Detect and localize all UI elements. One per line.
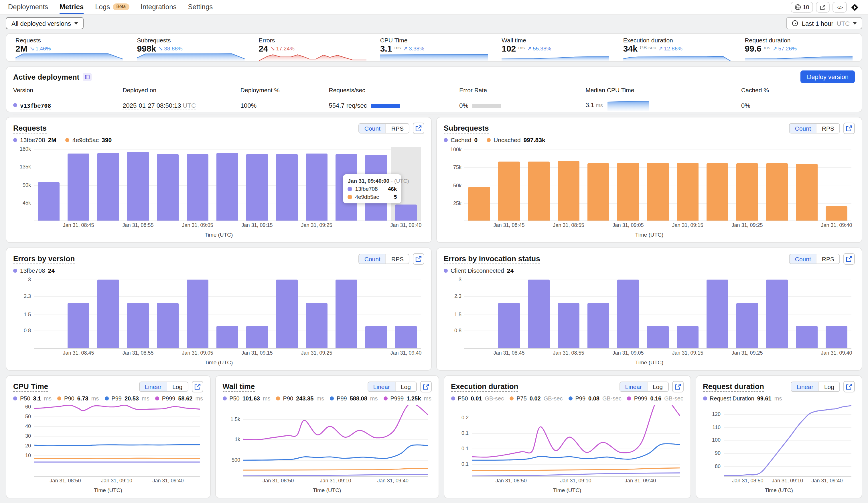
bar-column[interactable] [123, 147, 153, 221]
bar-column[interactable] [242, 147, 272, 221]
linear-toggle[interactable]: Linear [620, 382, 647, 391]
count-toggle[interactable]: Count [359, 254, 386, 263]
tab-metrics[interactable]: Metrics [60, 0, 84, 14]
chart-plot[interactable]: 32.31.50.8 [464, 277, 851, 349]
bar-column[interactable] [213, 147, 242, 221]
linear-toggle[interactable]: Linear [368, 382, 395, 391]
bar-column[interactable] [93, 277, 123, 349]
chart-title[interactable]: CPU Time [13, 382, 48, 392]
bar-column[interactable] [153, 277, 183, 349]
expand-chart-button[interactable] [413, 253, 424, 265]
bar-column[interactable] [554, 277, 583, 349]
bar-column[interactable] [554, 147, 583, 221]
bar-column[interactable] [703, 147, 732, 221]
expand-chart-button[interactable] [420, 381, 432, 392]
bar-column[interactable] [494, 147, 524, 221]
bar-column[interactable] [464, 277, 494, 349]
bar-column[interactable] [524, 277, 554, 349]
bar-column[interactable] [762, 277, 792, 349]
bar-column[interactable] [272, 277, 302, 349]
network-locations-button[interactable]: 10 [791, 2, 813, 13]
bar-column[interactable] [153, 147, 183, 221]
bar-column[interactable] [361, 277, 391, 349]
bar-column[interactable] [464, 147, 494, 221]
rps-toggle[interactable]: RPS [386, 124, 409, 133]
versions-filter-dropdown[interactable]: All deployed versions [6, 17, 84, 29]
version-link[interactable]: v13fbe708 [20, 102, 51, 109]
bar-column[interactable] [494, 277, 524, 349]
expand-chart-button[interactable] [192, 381, 203, 392]
chart-plot[interactable]: 32.31.50.8 [34, 277, 421, 349]
rps-toggle[interactable]: RPS [816, 254, 839, 263]
bar-column[interactable] [272, 147, 302, 221]
workers-logo-button[interactable] [850, 2, 860, 13]
rps-toggle[interactable]: RPS [816, 124, 839, 133]
count-toggle[interactable]: Count [790, 124, 816, 133]
chart-plot[interactable]: 0.20.10.10.1 [472, 405, 680, 477]
deploy-version-button[interactable]: Deploy version [800, 70, 855, 83]
bar-column[interactable] [643, 277, 673, 349]
bar-column[interactable] [302, 147, 331, 221]
bar-column[interactable] [183, 147, 213, 221]
bar-column[interactable] [331, 277, 361, 349]
bar-column[interactable] [583, 147, 613, 221]
bar-column[interactable] [732, 147, 762, 221]
bar-column[interactable] [183, 277, 213, 349]
bar-column[interactable] [524, 147, 554, 221]
chart-plot[interactable]: 1201101009080 [723, 405, 851, 477]
bar-column[interactable] [822, 277, 851, 349]
bar-column[interactable] [732, 277, 762, 349]
chart-title[interactable]: Subrequests [444, 123, 489, 133]
log-toggle[interactable]: Log [167, 382, 187, 391]
bar-column[interactable] [583, 277, 613, 349]
bar-column[interactable] [64, 147, 93, 221]
bar-column[interactable] [822, 147, 851, 221]
bar-column[interactable] [673, 147, 703, 221]
bar-column[interactable] [34, 147, 64, 221]
bar-column[interactable] [93, 147, 123, 221]
log-toggle[interactable]: Log [818, 382, 839, 391]
bar-column[interactable] [613, 277, 643, 349]
expand-chart-button[interactable] [844, 123, 855, 134]
count-toggle[interactable]: Count [790, 254, 816, 263]
code-view-button[interactable]: </> [833, 2, 847, 13]
bar-column[interactable] [391, 277, 421, 349]
linear-toggle[interactable]: Linear [792, 382, 818, 391]
chart-title[interactable]: Requests [13, 123, 46, 133]
bar-column[interactable] [302, 277, 331, 349]
bar-column[interactable] [613, 147, 643, 221]
chart-plot[interactable]: 180k135k90k45kJan 31, 09:40:00 - (UTC)13… [34, 147, 421, 221]
bar-column[interactable] [703, 277, 732, 349]
log-toggle[interactable]: Log [647, 382, 668, 391]
chart-title[interactable]: Errors by invocation status [444, 254, 540, 264]
chart-plot[interactable]: 100k75k50k25k [464, 147, 851, 221]
chart-title[interactable]: Execution duration [451, 382, 518, 392]
chart-plot[interactable]: 1.5k1k500 [243, 405, 428, 477]
bar-column[interactable] [242, 277, 272, 349]
bar-column[interactable] [64, 277, 93, 349]
deployed-on-value[interactable]: 2025-01-27 08:50:13 UTC [123, 102, 196, 109]
expand-chart-button[interactable] [844, 381, 855, 392]
bar-column[interactable] [643, 147, 673, 221]
linear-toggle[interactable]: Linear [140, 382, 167, 391]
bar-column[interactable] [762, 147, 792, 221]
bar-column[interactable] [34, 277, 64, 349]
bar-column[interactable] [792, 147, 822, 221]
tab-settings[interactable]: Settings [188, 0, 213, 14]
bar-column[interactable] [213, 277, 242, 349]
count-toggle[interactable]: Count [359, 124, 386, 133]
chart-title[interactable]: Wall time [223, 382, 255, 392]
tab-deployments[interactable]: Deployments [8, 0, 48, 14]
deployment-info-icon[interactable] [83, 72, 91, 81]
log-toggle[interactable]: Log [395, 382, 416, 391]
tab-integrations[interactable]: Integrations [141, 0, 176, 14]
bar-column[interactable] [792, 277, 822, 349]
bar-column[interactable] [673, 277, 703, 349]
chart-title[interactable]: Errors by version [13, 254, 75, 264]
chart-title[interactable]: Request duration [703, 382, 764, 392]
tab-logs[interactable]: LogsBeta [95, 0, 129, 14]
rps-toggle[interactable]: RPS [386, 254, 409, 263]
time-range-dropdown[interactable]: Last 1 hour UTC [786, 17, 862, 29]
chart-plot[interactable]: 605040302010 [34, 405, 199, 477]
expand-chart-button[interactable] [413, 123, 424, 134]
